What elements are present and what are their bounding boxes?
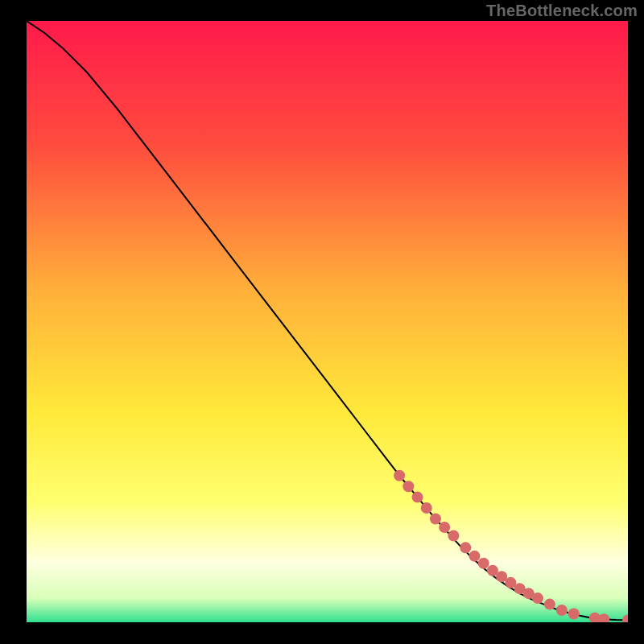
data-point xyxy=(544,599,555,610)
data-point xyxy=(448,530,459,541)
data-point xyxy=(439,522,450,533)
data-point xyxy=(478,558,489,569)
data-point xyxy=(532,592,543,604)
data-point xyxy=(469,551,481,562)
data-point xyxy=(460,542,471,553)
chart-stage: TheBottleneck.com xyxy=(0,0,644,644)
data-point xyxy=(421,502,432,514)
gradient-background xyxy=(27,21,628,622)
data-point xyxy=(412,492,423,503)
bottleneck-chart xyxy=(27,21,628,622)
data-point xyxy=(430,514,441,525)
data-point xyxy=(568,609,580,620)
data-point xyxy=(402,481,414,492)
watermark-text: TheBottleneck.com xyxy=(486,2,638,20)
data-point xyxy=(394,470,405,481)
data-point xyxy=(556,605,568,616)
